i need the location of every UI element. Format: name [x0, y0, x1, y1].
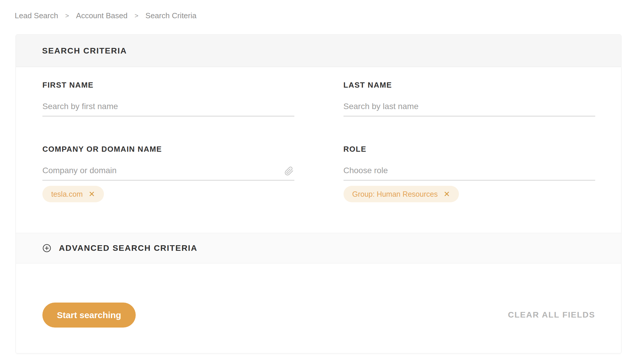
first-name-input[interactable] [42, 97, 294, 116]
remove-icon[interactable]: ✕ [89, 190, 95, 198]
role-label: ROLE [344, 145, 595, 153]
clear-all-fields-button[interactable]: CLEAR ALL FIELDS [508, 310, 595, 320]
company-label: COMPANY OR DOMAIN NAME [42, 145, 294, 153]
first-name-field-group: FIRST NAME [42, 81, 294, 116]
role-field-group: ROLE Group: Human Resources ✕ [344, 145, 595, 202]
company-field-group: COMPANY OR DOMAIN NAME tesla.com ✕ [42, 145, 294, 202]
breadcrumb-search-criteria[interactable]: Search Criteria [145, 11, 196, 20]
first-name-label: FIRST NAME [42, 81, 294, 89]
last-name-field-group: LAST NAME [344, 81, 595, 116]
panel-title: SEARCH CRITERIA [42, 46, 127, 56]
company-input-wrap [42, 161, 294, 181]
search-fields: FIRST NAME LAST NAME COMPANY OR DOMAIN N… [16, 67, 621, 233]
company-chip-row: tesla.com ✕ [42, 186, 294, 202]
actions-bar: Start searching CLEAR ALL FIELDS [16, 263, 621, 353]
role-input-wrap [344, 161, 595, 181]
search-criteria-panel: SEARCH CRITERIA FIRST NAME LAST NAME COM… [16, 34, 621, 353]
advanced-search-label: ADVANCED SEARCH CRITERIA [59, 243, 198, 253]
company-chip-label: tesla.com [51, 190, 83, 198]
breadcrumb-separator: > [65, 12, 69, 20]
role-chip: Group: Human Resources ✕ [344, 186, 459, 202]
last-name-label: LAST NAME [344, 81, 595, 89]
role-input[interactable] [344, 161, 595, 181]
panel-header: SEARCH CRITERIA [16, 35, 621, 67]
last-name-input-wrap [344, 97, 595, 116]
advanced-search-toggle[interactable]: ADVANCED SEARCH CRITERIA [16, 233, 621, 263]
breadcrumb-separator: > [135, 12, 138, 20]
role-chip-label: Group: Human Resources [352, 190, 438, 198]
first-name-input-wrap [42, 97, 294, 116]
plus-circle-icon [42, 244, 51, 253]
company-chip: tesla.com ✕ [42, 186, 104, 202]
breadcrumb-lead-search[interactable]: Lead Search [15, 11, 58, 20]
last-name-input[interactable] [344, 97, 595, 116]
breadcrumb: Lead Search > Account Based > Search Cri… [15, 11, 196, 20]
remove-icon[interactable]: ✕ [444, 190, 450, 198]
paperclip-icon[interactable] [284, 166, 294, 176]
breadcrumb-account-based[interactable]: Account Based [76, 11, 127, 20]
company-input[interactable] [42, 161, 294, 181]
start-searching-button[interactable]: Start searching [42, 303, 136, 328]
role-chip-row: Group: Human Resources ✕ [344, 186, 595, 202]
